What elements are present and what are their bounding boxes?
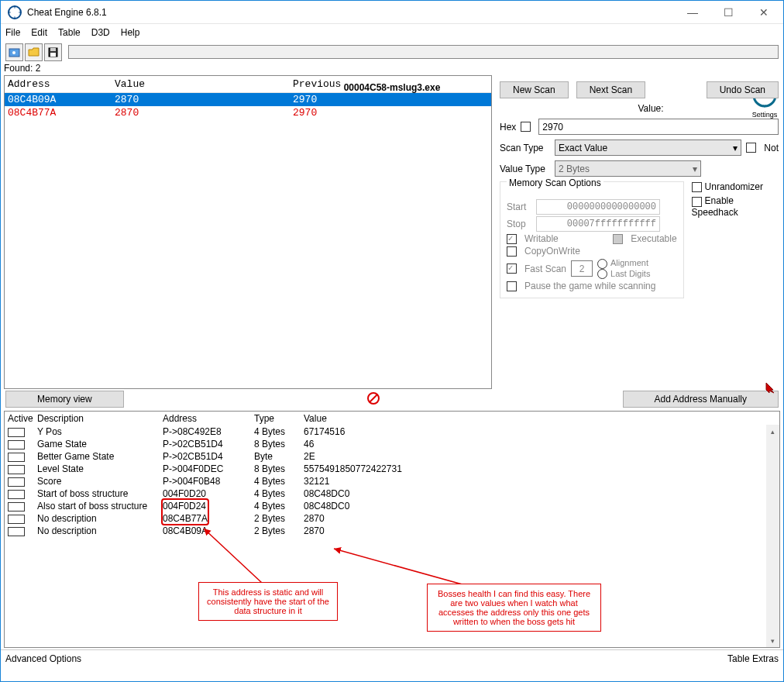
- svg-rect-4: [50, 48, 56, 51]
- active-checkbox[interactable]: [8, 428, 25, 437]
- active-checkbox[interactable]: [8, 527, 25, 536]
- active-checkbox[interactable]: [8, 465, 25, 474]
- address-list[interactable]: Active Description Address Type Value Y …: [5, 412, 779, 537]
- value-type-label: Value Type: [500, 164, 550, 174]
- memory-view-button[interactable]: Memory view: [5, 391, 124, 408]
- table-row[interactable]: Better Game StateP->02CB51D4Byte2E: [5, 450, 779, 463]
- active-checkbox[interactable]: [8, 477, 25, 487]
- hex-checkbox[interactable]: [521, 122, 531, 132]
- svg-point-2: [12, 51, 15, 54]
- speedhack-check[interactable]: [692, 197, 702, 207]
- svg-point-0: [9, 6, 21, 19]
- window-title: Cheat Engine 6.8.1: [27, 7, 675, 18]
- table-row[interactable]: Also start of boss structure004F0D244 By…: [5, 500, 779, 512]
- not-checkbox[interactable]: [746, 143, 756, 153]
- table-row[interactable]: No description08C4B09A2 Bytes2870: [5, 525, 779, 537]
- active-checkbox[interactable]: [8, 453, 25, 462]
- fastscan-value[interactable]: [571, 260, 593, 277]
- scan-value-input[interactable]: [538, 119, 779, 135]
- value-label: Value:: [638, 103, 663, 114]
- minimize-button[interactable]: —: [675, 1, 710, 24]
- writable-check[interactable]: [507, 234, 517, 244]
- open-process-button[interactable]: [5, 43, 23, 61]
- menu-file[interactable]: File: [5, 27, 20, 38]
- undo-scan-button[interactable]: Undo Scan: [707, 81, 779, 98]
- menu-help[interactable]: Help: [121, 27, 140, 38]
- table-extras[interactable]: Table Extras: [727, 653, 779, 664]
- active-checkbox[interactable]: [8, 440, 25, 450]
- app-icon: [7, 5, 22, 20]
- menu-edit[interactable]: Edit: [31, 27, 47, 38]
- annotation-highlight: [161, 498, 209, 525]
- table-row[interactable]: Level StateP->004F0DEC8 Bytes55754918507…: [5, 463, 779, 475]
- table-row[interactable]: Y PosP->08C492E84 Bytes67174516: [5, 425, 779, 438]
- result-row[interactable]: 08C4B09A28702970: [5, 93, 491, 106]
- menu-bar: File Edit Table D3D Help: [1, 24, 783, 41]
- open-file-button[interactable]: [25, 43, 43, 61]
- alignment-radio[interactable]: [597, 259, 607, 269]
- col-previous[interactable]: Previous: [293, 78, 341, 90]
- lastdigits-radio[interactable]: [597, 269, 607, 279]
- svg-rect-5: [50, 53, 56, 57]
- active-checkbox[interactable]: [8, 515, 25, 524]
- col-address[interactable]: Address: [8, 78, 115, 90]
- menu-table[interactable]: Table: [58, 27, 81, 38]
- result-row[interactable]: 08C4B77A28702970: [5, 106, 491, 119]
- value-type-select[interactable]: 2 Bytes▾: [555, 160, 701, 177]
- cow-check[interactable]: [507, 246, 517, 257]
- svg-line-9: [204, 529, 262, 583]
- scan-progress: [68, 45, 779, 59]
- process-name: 00004C58-mslug3.exe: [344, 82, 441, 93]
- active-checkbox[interactable]: [8, 502, 25, 512]
- scan-results[interactable]: Address Value Previous 08C4B09A287029700…: [4, 75, 492, 389]
- svg-line-8: [370, 394, 377, 402]
- add-address-manually-button[interactable]: Add Address Manually: [623, 391, 779, 408]
- table-row[interactable]: ScoreP->004F0B484 Bytes32121: [5, 475, 779, 487]
- list-scrollbar[interactable]: ▴ ▾: [766, 425, 779, 647]
- unrandomizer-check[interactable]: [692, 182, 702, 192]
- advanced-options[interactable]: Advanced Options: [5, 653, 81, 664]
- mem-start-input[interactable]: 0000000000000000: [536, 199, 660, 215]
- delete-icon[interactable]: [366, 391, 380, 405]
- table-row[interactable]: Game StateP->02CB51D48 Bytes46: [5, 438, 779, 450]
- mem-opts-title: Memory Scan Options: [507, 177, 603, 188]
- add-to-list-icon[interactable]: [764, 381, 776, 394]
- hex-label: Hex: [500, 122, 516, 133]
- active-checkbox[interactable]: [8, 490, 25, 499]
- maximize-button[interactable]: ☐: [710, 1, 746, 24]
- save-button[interactable]: [44, 43, 62, 61]
- table-row[interactable]: Start of boss structure004F0D204 Bytes08…: [5, 487, 779, 500]
- next-scan-button[interactable]: Next Scan: [576, 81, 645, 98]
- annotation-callout-right: Bosses health I can find this easy. Ther…: [427, 584, 601, 632]
- fastscan-check[interactable]: [507, 264, 517, 274]
- menu-d3d[interactable]: D3D: [91, 27, 110, 38]
- not-label: Not: [764, 143, 779, 153]
- annotation-arrow-left: [200, 525, 270, 587]
- executable-check[interactable]: [613, 234, 623, 244]
- scan-type-label: Scan Type: [500, 143, 550, 153]
- col-value[interactable]: Value: [115, 78, 293, 90]
- close-button[interactable]: ✕: [746, 1, 782, 24]
- new-scan-button[interactable]: New Scan: [500, 81, 569, 98]
- table-row[interactable]: No description08C4B77A2 Bytes2870: [5, 512, 779, 525]
- svg-line-10: [334, 549, 473, 587]
- mem-stop-input[interactable]: 00007fffffffffff: [536, 216, 660, 232]
- pause-check[interactable]: [507, 281, 517, 291]
- annotation-callout-left: This address is static and will consiste…: [198, 582, 338, 621]
- scan-type-select[interactable]: Exact Value▾: [555, 140, 741, 156]
- found-count: Found: 2: [1, 63, 783, 74]
